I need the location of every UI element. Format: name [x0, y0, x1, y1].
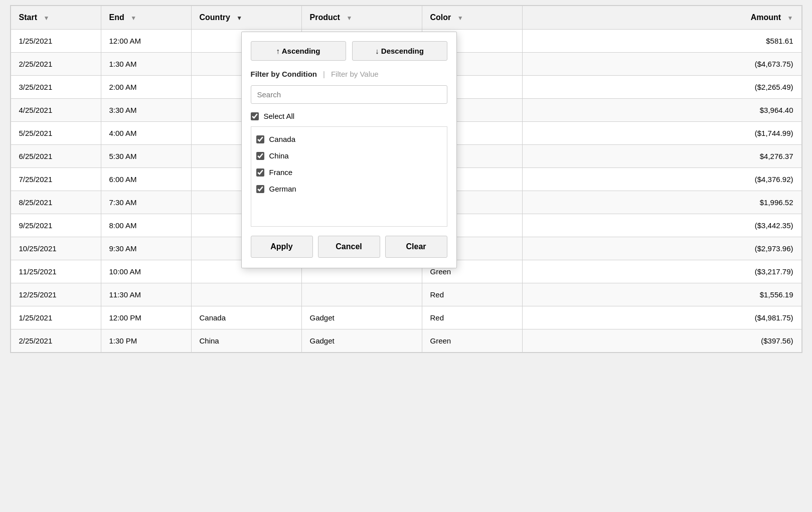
col-label-country: Country	[200, 13, 230, 22]
table-cell: 2/25/2021	[11, 329, 101, 353]
table-cell: 5/25/2021	[11, 122, 101, 145]
col-label-end: End	[109, 13, 124, 22]
col-label-color: Color	[430, 13, 451, 22]
apply-button[interactable]: Apply	[251, 236, 313, 258]
sort-ascending-button[interactable]: ↑ Ascending	[251, 41, 346, 61]
table-cell	[301, 283, 422, 306]
table-cell: $1,996.52	[522, 191, 801, 214]
cancel-button[interactable]: Cancel	[318, 236, 380, 258]
table-cell: 10:00 AM	[101, 260, 191, 283]
country-checkbox[interactable]	[256, 152, 264, 160]
checkbox-list: CanadaChinaFranceGerman	[251, 126, 447, 227]
col-label-product: Product	[310, 13, 340, 22]
checkbox-item: China	[256, 147, 442, 164]
table-cell: Gadget	[301, 329, 422, 353]
sort-buttons-row: ↑ Ascending ↓ Descending	[251, 41, 447, 61]
table-row: 2/25/20211:30 PMChinaGadgetGreen($397.56…	[11, 329, 801, 353]
filter-icon-country[interactable]: ▼	[236, 15, 242, 22]
table-cell: ($4,981.75)	[522, 306, 801, 329]
checkbox-item: German	[256, 181, 442, 197]
table-cell: 12/25/2021	[11, 283, 101, 306]
table-cell: ($3,442.35)	[522, 214, 801, 237]
col-header-color[interactable]: Color ▼	[422, 6, 522, 30]
table-cell: 12:00 AM	[101, 30, 191, 53]
col-header-product[interactable]: Product ▼	[301, 6, 422, 30]
table-cell: ($1,744.99)	[522, 122, 801, 145]
table-cell: 1:30 PM	[101, 329, 191, 353]
country-label: Canada	[269, 135, 296, 143]
filter-icon-end[interactable]: ▼	[130, 15, 136, 22]
col-header-amount[interactable]: Amount ▼	[522, 6, 801, 30]
table-cell: 4/25/2021	[11, 99, 101, 122]
table-cell: $581.61	[522, 30, 801, 53]
table-row: 1/25/202112:00 PMCanadaGadgetRed($4,981.…	[11, 306, 801, 329]
col-header-country[interactable]: Country ▼	[191, 6, 301, 30]
filter-tabs: Filter by Condition | Filter by Value	[251, 70, 447, 78]
col-header-end[interactable]: End ▼	[101, 6, 191, 30]
table-cell: 5:30 AM	[101, 145, 191, 168]
table-cell: 7:30 AM	[101, 191, 191, 214]
filter-by-condition-tab[interactable]: Filter by Condition	[251, 70, 317, 78]
table-cell: ($4,376.92)	[522, 168, 801, 191]
table-cell: ($2,265.49)	[522, 76, 801, 99]
select-all-checkbox[interactable]	[251, 112, 259, 120]
country-checkbox[interactable]	[256, 168, 264, 177]
table-cell: Canada	[191, 306, 301, 329]
table-row: 12/25/202111:30 AMRed$1,556.19	[11, 283, 801, 306]
clear-button[interactable]: Clear	[385, 236, 447, 258]
table-cell: 1:30 AM	[101, 53, 191, 76]
table-cell: 8:00 AM	[101, 214, 191, 237]
table-cell: 9/25/2021	[11, 214, 101, 237]
filter-tab-divider: |	[323, 70, 325, 78]
country-label: France	[269, 168, 293, 177]
table-container: Start ▼ End ▼ Country ▼ Product ▼ Color	[10, 5, 802, 353]
sort-descending-button[interactable]: ↓ Descending	[352, 41, 447, 61]
table-cell: 3:30 AM	[101, 99, 191, 122]
filter-by-value-tab[interactable]: Filter by Value	[331, 70, 379, 78]
col-label-start: Start	[19, 13, 37, 22]
filter-icon-product[interactable]: ▼	[346, 15, 352, 22]
action-buttons-row: Apply Cancel Clear	[251, 236, 447, 258]
table-cell: 12:00 PM	[101, 306, 191, 329]
country-checkbox[interactable]	[256, 185, 264, 193]
checkbox-item: France	[256, 164, 442, 181]
table-cell: ($3,217.79)	[522, 260, 801, 283]
col-label-amount: Amount	[751, 13, 781, 22]
table-cell: 1/25/2021	[11, 30, 101, 53]
table-cell: ($4,673.75)	[522, 53, 801, 76]
table-cell: 3/25/2021	[11, 76, 101, 99]
search-input[interactable]	[251, 85, 447, 104]
country-label: German	[269, 185, 296, 193]
table-cell: ($397.56)	[522, 329, 801, 353]
select-all-label: Select All	[264, 112, 295, 120]
table-cell: 10/25/2021	[11, 237, 101, 260]
table-cell: 8/25/2021	[11, 191, 101, 214]
table-cell: 6/25/2021	[11, 145, 101, 168]
header-row: Start ▼ End ▼ Country ▼ Product ▼ Color	[11, 6, 801, 30]
table-cell: $1,556.19	[522, 283, 801, 306]
filter-icon-amount[interactable]: ▼	[787, 15, 793, 22]
table-cell: $4,276.37	[522, 145, 801, 168]
table-cell: 2/25/2021	[11, 53, 101, 76]
country-checkbox[interactable]	[256, 135, 264, 143]
table-cell: 7/25/2021	[11, 168, 101, 191]
table-cell: 2:00 AM	[101, 76, 191, 99]
table-cell: $3,964.40	[522, 99, 801, 122]
table-cell: 9:30 AM	[101, 237, 191, 260]
table-cell: 6:00 AM	[101, 168, 191, 191]
table-cell: Red	[422, 306, 522, 329]
table-cell: Red	[422, 283, 522, 306]
country-label: China	[269, 151, 289, 160]
filter-icon-start[interactable]: ▼	[43, 15, 49, 22]
table-cell: 11/25/2021	[11, 260, 101, 283]
col-header-start[interactable]: Start ▼	[11, 6, 101, 30]
select-all-row: Select All	[251, 110, 447, 122]
table-cell: ($2,973.96)	[522, 237, 801, 260]
table-cell: 4:00 AM	[101, 122, 191, 145]
filter-dropdown: ↑ Ascending ↓ Descending Filter by Condi…	[241, 32, 457, 268]
checkbox-item: Canada	[256, 131, 442, 147]
table-cell: 1/25/2021	[11, 306, 101, 329]
filter-icon-color[interactable]: ▼	[457, 15, 463, 22]
table-cell: China	[191, 329, 301, 353]
table-cell	[191, 283, 301, 306]
